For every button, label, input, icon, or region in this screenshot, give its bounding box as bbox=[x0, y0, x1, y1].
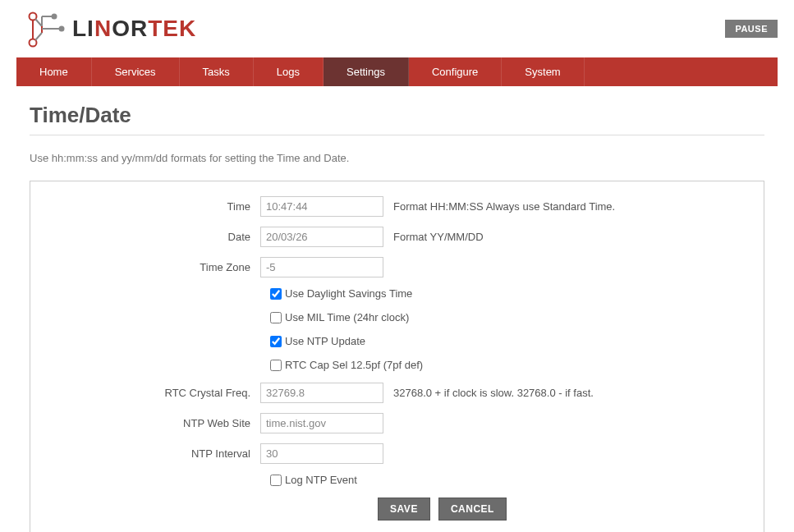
rtc-freq-help: 32768.0 + if clock is slow. 32768.0 - if… bbox=[383, 387, 594, 399]
cancel-button[interactable]: CANCEL bbox=[438, 498, 507, 521]
svg-point-1 bbox=[52, 14, 57, 20]
nav-logs[interactable]: Logs bbox=[254, 57, 324, 86]
nav-configure[interactable]: Configure bbox=[409, 57, 502, 86]
logo-icon bbox=[25, 8, 66, 49]
rtc-cap-checkbox-label[interactable]: RTC Cap Sel 12.5pf (7pf def) bbox=[285, 359, 423, 371]
nav-system[interactable]: System bbox=[502, 57, 584, 86]
page-hint: Use hh:mm:ss and yy/mm/dd formats for se… bbox=[30, 152, 764, 164]
ntp-interval-label: NTP Interval bbox=[47, 447, 260, 460]
nav-tasks[interactable]: Tasks bbox=[180, 57, 254, 86]
svg-line-5 bbox=[35, 19, 42, 26]
ntp-interval-input[interactable] bbox=[260, 443, 383, 464]
rtc-freq-label: RTC Crystal Freq. bbox=[47, 387, 260, 399]
pause-button[interactable]: PAUSE bbox=[725, 20, 778, 38]
save-button[interactable]: SAVE bbox=[378, 498, 430, 521]
timezone-input[interactable] bbox=[260, 257, 383, 277]
time-help: Format HH:MM:SS Always use Standard Time… bbox=[383, 200, 615, 213]
logo: LINORTEK bbox=[25, 8, 196, 49]
brand-text: LINORTEK bbox=[72, 16, 196, 42]
page-title: Time/Date bbox=[30, 103, 764, 135]
dst-checkbox-label[interactable]: Use Daylight Savings Time bbox=[285, 287, 412, 300]
nav-services[interactable]: Services bbox=[92, 57, 180, 86]
nav-home[interactable]: Home bbox=[16, 57, 92, 86]
date-label: Date bbox=[47, 231, 260, 243]
time-input[interactable] bbox=[260, 196, 383, 217]
rtc-freq-input[interactable] bbox=[260, 383, 383, 403]
log-ntp-checkbox[interactable] bbox=[270, 475, 282, 486]
ntp-web-label: NTP Web Site bbox=[47, 417, 260, 429]
mil-time-checkbox[interactable] bbox=[270, 312, 282, 323]
time-label: Time bbox=[47, 200, 260, 213]
timezone-label: Time Zone bbox=[47, 261, 260, 273]
date-help: Format YY/MM/DD bbox=[383, 231, 484, 243]
ntp-update-checkbox-label[interactable]: Use NTP Update bbox=[285, 335, 365, 347]
main-nav: Home Services Tasks Logs Settings Config… bbox=[16, 57, 778, 86]
svg-point-2 bbox=[59, 26, 65, 32]
form-panel: Time Format HH:MM:SS Always use Standard… bbox=[30, 181, 764, 532]
nav-settings[interactable]: Settings bbox=[324, 57, 409, 86]
log-ntp-checkbox-label[interactable]: Log NTP Event bbox=[285, 474, 357, 486]
ntp-update-checkbox[interactable] bbox=[270, 336, 282, 347]
mil-time-checkbox-label[interactable]: Use MIL Time (24hr clock) bbox=[285, 311, 409, 323]
header: LINORTEK PAUSE bbox=[0, 0, 794, 57]
dst-checkbox[interactable] bbox=[270, 288, 282, 300]
ntp-web-input[interactable] bbox=[260, 413, 383, 433]
date-input[interactable] bbox=[260, 227, 383, 247]
rtc-cap-checkbox[interactable] bbox=[270, 360, 282, 371]
svg-line-7 bbox=[35, 33, 42, 40]
